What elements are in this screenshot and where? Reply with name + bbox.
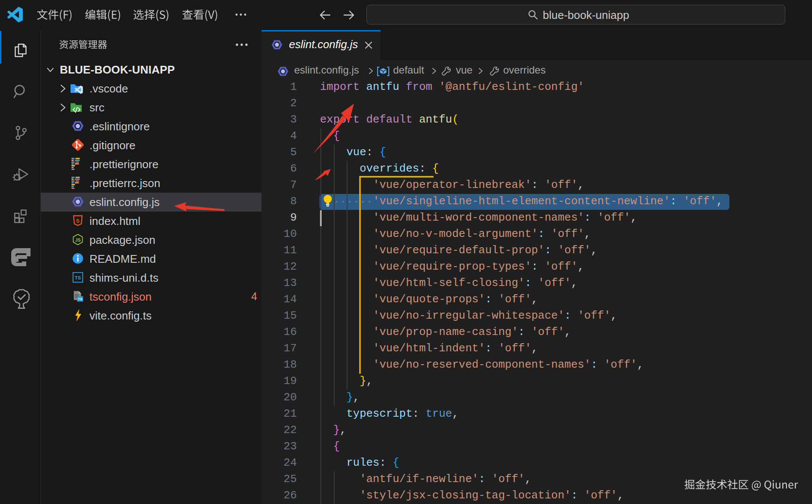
svg-text:5: 5 (76, 218, 79, 224)
svg-text:TS: TS (78, 297, 82, 301)
svg-text:JS: JS (75, 238, 81, 243)
svg-text:TS: TS (75, 275, 81, 280)
